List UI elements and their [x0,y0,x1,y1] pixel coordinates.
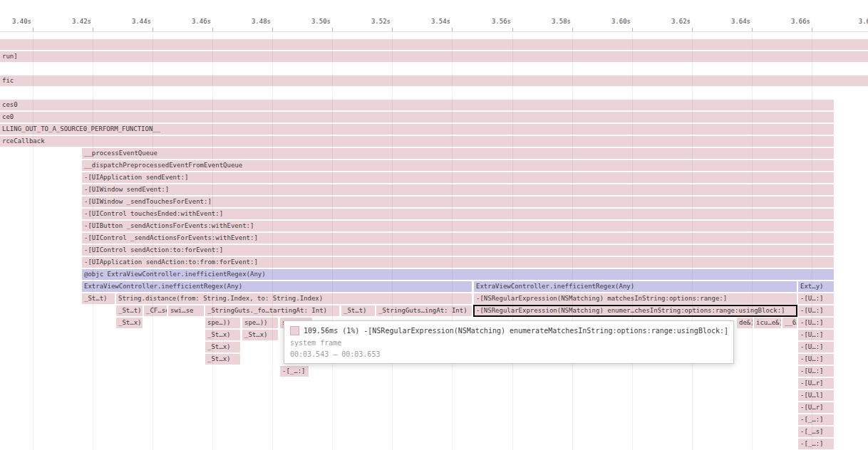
flame-bar[interactable]: String.distance(from: String.Index, to: … [116,293,472,304]
flame-bar[interactable]: -[U…l] [798,390,834,401]
flame-bar[interactable]: de&) [737,318,753,328]
flame-bar[interactable]: _St…t) [82,293,115,304]
flame-bar[interactable]: -[UIWindow sendEvent:] [82,184,834,195]
ruler-tick-label: 3.60s [606,18,631,25]
flame-bar[interactable]: -[U…:] [798,305,834,316]
ruler-tick-label: 3.48s [247,18,271,25]
flame-bar[interactable]: -[UIButton _sendActionsForEvents:withEve… [82,221,834,231]
flame-bar[interactable]: -[U…:] [798,354,834,365]
flame-bar[interactable]: -[UIWindow _sendTouchesForEvent:] [82,197,834,207]
flame-bar[interactable]: _St…x) [205,354,240,365]
tooltip-time-range: 00:03.543 — 00:03.653 [290,350,728,358]
flame-bar[interactable]: _CF…se [144,305,167,316]
flame-bar[interactable]: _St…x) [205,342,240,352]
ruler-tick-mark [752,28,753,31]
flame-bar[interactable]: LLING_OUT_TO_A_SOURCE0_PERFORM_FUNCTION_… [0,124,834,135]
flame-chart: run]ficces0ce0LLING_OUT_TO_A_SOURCE0_PER… [0,0,868,450]
flame-bar[interactable]: -[U…:] [798,342,834,352]
selected-flame-bar[interactable]: -[NSRegularExpression(NSMatching) enumer… [474,305,797,316]
ruler-tick-mark [572,28,573,31]
flame-bar[interactable]: rceCallback [0,136,834,147]
gridline [632,32,633,450]
flame-bar[interactable]: __dispatchPreprocessedEventFromEventQueu… [82,160,834,171]
ruler-tick-label: 3.6 [846,18,868,25]
flame-bar[interactable] [0,39,868,50]
ruler-tick-label: 3.58s [547,18,571,25]
ruler-tick-label: 3.64s [726,18,750,25]
ruler-tick-label: 3.54s [426,18,450,25]
gridline [153,32,153,450]
tooltip-subtitle: system frame [290,339,728,347]
ruler-tick-label: 3.66s [786,18,810,25]
flame-bar[interactable]: -[U…:] [798,366,834,377]
flame-bar[interactable]: run] [0,51,868,62]
ruler-tick-label: 3.44s [127,18,151,25]
tooltip-header: 109.56ms (1%) -[NSRegularExpression(NSMa… [290,326,728,335]
ruler-tick-mark [452,28,453,31]
flame-bar[interactable]: -[_…:] [280,366,309,377]
gridline [752,32,753,450]
gridline [692,32,693,450]
ruler-tick-mark [632,28,633,31]
gridline [212,32,213,450]
flame-bar[interactable]: __6…)e [782,318,797,328]
flame-bar[interactable]: -[U…:] [798,318,834,328]
flame-bar[interactable]: _StringGuts…ingAt: Int) [376,305,472,316]
flame-bar[interactable]: -[_…:] [798,414,834,425]
flame-bar[interactable]: ce0 [0,112,834,122]
gridline [452,32,453,450]
ruler-tick-mark [392,28,393,31]
flame-bar[interactable]: _St…t) [341,305,375,316]
flame-bar[interactable]: Ext…y) [798,281,834,292]
flame-bar[interactable]: -[UIApplication sendEvent:] [82,172,834,183]
flame-bar[interactable]: -[U…:] [798,330,834,340]
flame-bar[interactable]: @objc ExtraViewController.inefficientReg… [82,269,834,280]
gridline [392,32,393,450]
tooltip: 109.56ms (1%) -[NSRegularExpression(NSMa… [284,320,734,364]
flame-bar[interactable]: fic [0,75,868,86]
tooltip-color-swatch [290,326,299,335]
ruler-tick-label: 3.46s [187,18,211,25]
flame-bar[interactable]: -[UIControl touchesEnded:withEvent:] [82,209,834,219]
flame-bar[interactable]: ces0 [0,100,834,110]
flame-bar[interactable]: _St…x) [205,330,240,340]
flame-bar[interactable]: -[UIApplication sendAction:to:from:forEv… [82,257,834,268]
ruler-tick-mark [93,28,93,31]
flame-bar[interactable]: -[NSRegularExpression(NSMatching) matche… [474,293,797,304]
flame-bar[interactable]: -[UIControl _sendActionsForEvents:withEv… [82,233,834,244]
ruler-tick-label: 3.56s [487,18,511,25]
ruler-tick-mark [153,28,153,31]
flame-bar[interactable]: spe…)) [205,318,240,328]
ruler-tick-mark [692,28,693,31]
ruler-tick-label: 3.50s [306,18,331,25]
flame-bar[interactable]: icu…e&) [754,318,781,328]
ruler-tick-mark [332,28,333,31]
flame-bar[interactable]: __processEventQueue [82,148,834,159]
flame-graph-view: 3.40s3.42s3.44s3.46s3.48s3.50s3.52s3.54s… [0,0,868,450]
ruler-tick-label: 3.42s [67,18,91,25]
flame-bar[interactable]: swi…se [168,305,204,316]
gridline [512,32,513,450]
flame-bar[interactable]: -[_…:] [798,439,834,449]
flame-bar[interactable]: _St…x) [116,318,143,328]
flame-bar[interactable]: _St…t) [116,305,143,316]
ruler-tick-mark [812,28,812,31]
flame-bar[interactable]: -[U…r] [798,402,834,413]
flame-bar[interactable]: -[_…s] [798,427,834,437]
ruler-tick-mark [272,28,273,31]
timeline-ruler[interactable]: 3.40s3.42s3.44s3.46s3.48s3.50s3.52s3.54s… [0,0,868,32]
flame-bar[interactable]: ExtraViewController.inefficientRegex(Any… [82,281,472,292]
ruler-tick-mark [33,28,33,31]
tooltip-title: 109.56ms (1%) -[NSRegularExpression(NSMa… [304,327,728,335]
ruler-tick-label: 3.52s [366,18,391,25]
gridline [572,32,573,450]
gridline [272,32,273,450]
flame-bar[interactable]: -[U…r] [798,378,834,389]
ruler-tick-label: 3.40s [7,18,31,25]
flame-bar[interactable]: -[U…:] [798,293,834,304]
gridline [93,32,93,450]
gridline [812,32,812,450]
flame-bar[interactable]: -[UIControl sendAction:to:forEvent:] [82,245,834,256]
ruler-tick-label: 3.62s [666,18,691,25]
flame-bar[interactable]: ExtraViewController.inefficientRegex(Any… [474,281,797,292]
